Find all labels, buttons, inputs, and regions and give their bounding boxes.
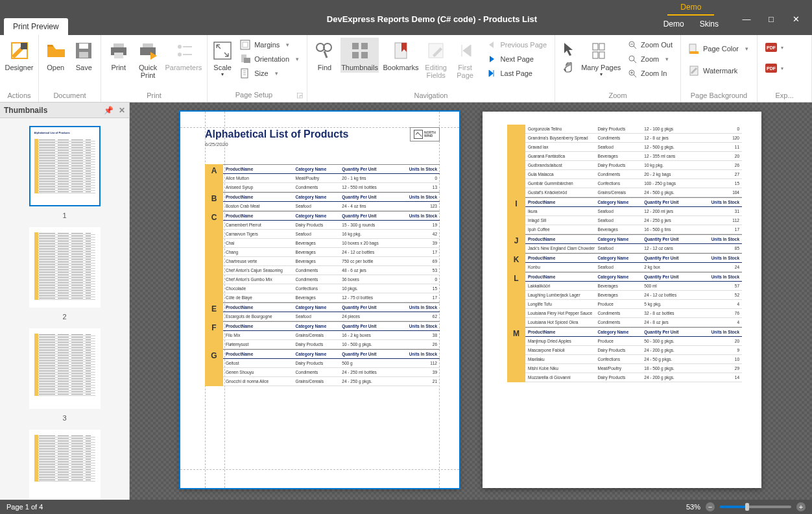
table-row: Jack's New England Clam ChowderSeafood12… [525,244,742,253]
open-button[interactable]: Open [43,38,69,73]
svg-rect-15 [241,40,250,49]
thumbnails-button[interactable]: Thumbnails [340,38,379,73]
export-pdf-button-2[interactable]: PDF▾ [761,61,787,75]
svg-rect-13 [183,54,192,55]
table-row: Alice MuttonMeat/Poultry20 - 1 kg tins0 [223,174,440,183]
minimize-button[interactable]: — [742,14,751,24]
hand-icon[interactable] [562,62,576,77]
table-row: IkuraSeafood12 - 200 ml jars31 [525,207,742,216]
page-1[interactable]: Alphabetical List of Products 6/25/2020 … [180,112,459,488]
thumbnail-3[interactable] [29,328,101,409]
preview-area[interactable]: Alphabetical List of Products 6/25/2020 … [130,103,812,500]
table-header-row: ProductNameCategory NameQuantity Per Uni… [223,321,440,331]
table-row: GeitostDairy Products500 g112 [223,359,440,368]
group-letter: M [507,327,525,382]
page-color-button[interactable]: Page Color [685,42,752,56]
table-row: Côte de BlayeBeverages12 - 75 cl bottles… [223,293,440,302]
table-row: Grandma's Boysenberry SpreadCondiments12… [525,134,742,143]
zoom-in-button[interactable]: Zoom In [624,66,676,80]
scale-icon [212,40,233,61]
table-header-row: ProductNameCategory NameQuantity Per Uni… [223,302,440,312]
svg-rect-24 [352,52,359,58]
designer-icon [9,40,30,61]
table-header-row: ProductNameCategory NameQuantity Per Uni… [223,349,440,359]
save-button[interactable]: Save [71,38,97,73]
zoom-button[interactable]: Zoom [624,52,676,66]
size-icon [240,68,250,79]
quick-print-button[interactable]: Quick Print [134,38,161,80]
maximize-button[interactable]: □ [767,14,776,24]
group-document-label: Document [43,90,97,101]
svg-rect-1 [21,43,27,49]
orientation-button[interactable]: Orientation [236,52,303,66]
table-row: Genen ShouyuCondiments24 - 250 ml bottle… [223,368,440,377]
svg-text:PDF: PDF [767,45,776,50]
orientation-icon [240,54,250,64]
close-button[interactable]: ✕ [791,14,800,24]
table-row: Aniseed SyrupCondiments12 - 550 ml bottl… [223,183,440,192]
group-export-label: Exp... [761,90,807,101]
size-button[interactable]: Size [236,66,303,80]
zoom-slider[interactable] [720,506,791,508]
status-bar: Page 1 of 4 53% − + [0,500,812,514]
thumbnail-4[interactable] [29,430,101,500]
table-row: Longlife TofuProduce5 kg pkg.4 [525,300,742,309]
report-group-J: JProductNameCategory NameQuantity Per Un… [507,234,742,253]
export-pdf-button[interactable]: PDF▾ [761,40,787,55]
zoom-out-status-button[interactable]: − [706,502,715,511]
title-bar: Print Preview DevExpress Reports Demo (C… [0,0,812,35]
table-row: Laughing Lumberjack LagerBeverages24 - 1… [525,291,742,300]
svg-rect-19 [241,69,248,78]
svg-rect-29 [599,43,604,50]
group-letter: F [205,321,223,349]
table-row: Gnocchi di nonna AliceGrains/Cereals24 -… [223,377,440,386]
svg-rect-14 [214,42,231,59]
zoom-in-status-button[interactable]: + [796,502,806,511]
last-icon [487,69,496,78]
thumbnails-header: Thumbnails 📌 ✕ [0,103,129,118]
demo-subtab-skins[interactable]: Skins [700,19,719,29]
find-button[interactable]: Find [311,38,338,73]
svg-rect-28 [593,43,598,50]
demo-subtab-demo[interactable]: Demo [663,19,684,29]
thumbnail-1[interactable]: Alphabetical List of Products [29,126,101,206]
table-row: ChaiBeverages10 boxes x 20 bags39 [223,239,440,248]
find-icon [314,40,335,61]
group-letter: A [205,164,223,192]
watermark-button[interactable]: Watermark [685,64,752,78]
svg-rect-16 [243,42,248,47]
bookmarks-button[interactable]: Bookmarks [381,38,420,73]
table-header-row: ProductNameCategory NameQuantity Per Uni… [525,197,742,207]
tab-print-preview[interactable]: Print Preview [4,18,68,35]
parameters-icon [173,40,194,61]
editing-icon [425,40,446,61]
last-page-button[interactable]: Last Page [483,66,551,80]
report-group-G: GProductNameCategory NameQuantity Per Un… [205,349,440,386]
system-buttons: — □ ✕ [735,0,812,35]
many-pages-button[interactable]: Many Pages▾ [580,38,621,79]
demo-tab-main[interactable]: Demo [667,3,714,16]
table-header-row: ProductNameCategory NameQuantity Per Uni… [223,211,440,221]
zoom-out-button[interactable]: Zoom Out [624,38,676,52]
table-header-row: ProductNameCategory NameQuantity Per Uni… [223,192,440,202]
group-letter: I [507,197,525,234]
group-letter: K [507,253,525,272]
table-row: KonbuSeafood2 kg box24 [525,263,742,272]
scale-button[interactable]: Scale▾ [211,38,233,79]
printer-icon [108,40,129,61]
pointer-icon[interactable] [562,42,576,56]
svg-rect-23 [361,43,368,49]
pin-icon[interactable]: 📌 [104,106,113,115]
designer-button[interactable]: Designer [4,38,34,73]
print-button[interactable]: Print [105,38,132,73]
next-page-button[interactable]: Next Page [483,52,551,66]
margins-button[interactable]: Margins [236,38,303,52]
close-panel-icon[interactable]: ✕ [119,106,125,115]
prev-icon [487,40,496,49]
group-navigation-label: Navigation [311,90,551,101]
svg-rect-22 [352,43,359,49]
page-2[interactable]: Gorgonzola TelinoDairy Products12 - 100 … [483,112,761,488]
report-group-F: FProductNameCategory NameQuantity Per Un… [205,321,440,349]
thumbnails-list[interactable]: Alphabetical List of Products 1 2 3 [0,118,129,500]
thumbnail-2[interactable] [29,227,101,308]
